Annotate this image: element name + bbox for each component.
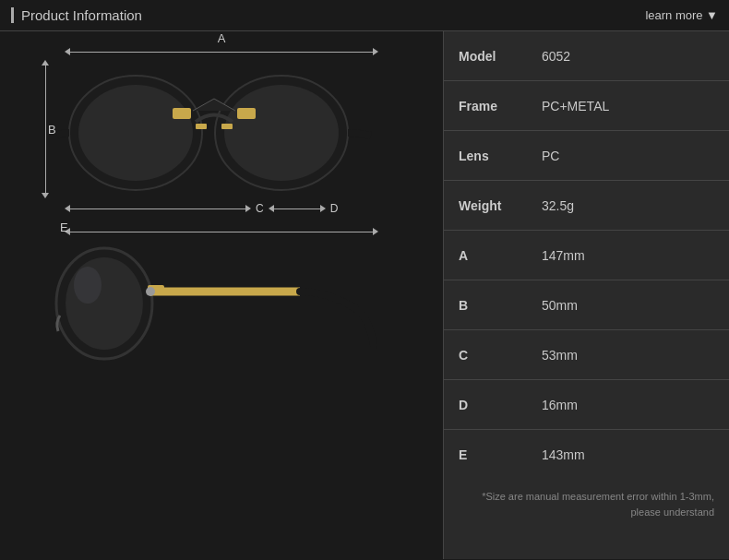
- svg-rect-4: [173, 108, 191, 119]
- arrow-b-down: [42, 193, 49, 198]
- arrow-a-line: [70, 52, 373, 53]
- spec-label-6: C: [444, 337, 527, 374]
- svg-point-3: [224, 85, 339, 181]
- specs-table: Model 6052 Frame PC+METAL Lens PC Weight…: [444, 31, 729, 480]
- spec-value-8: 143mm: [527, 436, 729, 473]
- cd-arrow-container: C D: [65, 202, 378, 215]
- arrow-c-line: [70, 209, 245, 209]
- spec-label-2: Lens: [444, 137, 527, 174]
- spec-row-d: D 16mm: [444, 380, 729, 430]
- label-b: B: [43, 122, 61, 136]
- svg-rect-6: [196, 124, 207, 129]
- spec-row-c: C 53mm: [444, 330, 729, 380]
- spec-note: *Size are manual measurement error withi…: [444, 480, 729, 529]
- spec-label-8: E: [444, 436, 527, 473]
- label-d: D: [326, 202, 343, 215]
- learn-more-button[interactable]: learn more ▼: [645, 8, 718, 22]
- svg-rect-5: [237, 108, 256, 119]
- spec-row-model: Model 6052: [444, 31, 729, 81]
- label-e: E: [42, 220, 401, 234]
- spec-value-6: 53mm: [527, 337, 729, 374]
- label-c: C: [251, 202, 269, 215]
- left-panel: A B: [0, 31, 443, 559]
- spec-label-0: Model: [444, 38, 527, 75]
- svg-point-9: [66, 257, 143, 350]
- page-header: Product Information learn more ▼: [0, 0, 729, 31]
- spec-value-5: 50mm: [527, 287, 729, 324]
- arrow-a-right: [373, 48, 378, 55]
- spec-row-frame: Frame PC+METAL: [444, 81, 729, 131]
- top-view-container: A B: [42, 41, 401, 215]
- spec-row-b: B 50mm: [444, 280, 729, 330]
- spec-label-5: B: [444, 287, 527, 324]
- main-content: A B: [0, 31, 729, 559]
- svg-point-1: [78, 85, 193, 181]
- spec-value-4: 147mm: [527, 237, 729, 274]
- spec-value-2: PC: [527, 137, 729, 174]
- svg-rect-7: [221, 124, 233, 129]
- spec-label-1: Frame: [444, 88, 527, 125]
- svg-point-11: [146, 287, 155, 296]
- spec-row-weight: Weight 32.5g: [444, 181, 729, 231]
- right-panel: Model 6052 Frame PC+METAL Lens PC Weight…: [443, 31, 729, 559]
- spec-value-3: 32.5g: [527, 187, 729, 224]
- spec-row-e: E 143mm: [444, 430, 729, 480]
- spec-label-3: Weight: [444, 187, 527, 224]
- label-a: A: [213, 31, 231, 45]
- spec-value-0: 6052: [527, 38, 729, 75]
- spec-value-1: PC+METAL: [527, 88, 729, 125]
- spec-row-a: A 147mm: [444, 231, 729, 280]
- spec-label-4: A: [444, 237, 527, 274]
- spec-row-lens: Lens PC: [444, 131, 729, 181]
- sunglasses-side-view: [42, 234, 383, 382]
- page-title: Product Information: [11, 7, 142, 23]
- side-view-container: E: [42, 224, 401, 386]
- spec-label-7: D: [444, 387, 527, 423]
- svg-point-12: [74, 267, 102, 304]
- arrow-d-line: [274, 209, 320, 209]
- sunglasses-top-view: [53, 57, 376, 200]
- spec-value-7: 16mm: [527, 387, 729, 423]
